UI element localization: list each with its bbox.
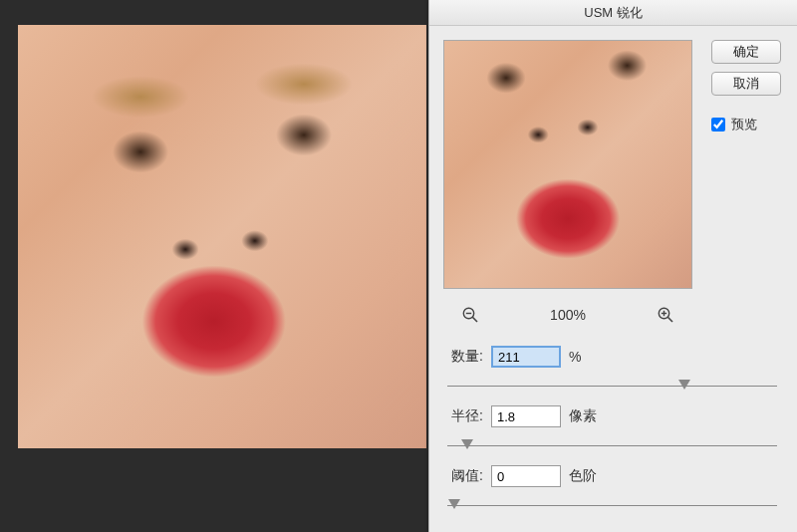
threshold-row: 阈值: 色阶 (443, 464, 781, 488)
preview-checkbox[interactable] (711, 118, 725, 132)
amount-label: 数量: (443, 348, 483, 366)
parameter-group: 数量: % 半径: 像素 阈值: 色阶 (443, 345, 781, 516)
radius-slider[interactable] (447, 436, 777, 456)
amount-row: 数量: % (443, 345, 781, 369)
svg-line-1 (472, 317, 477, 322)
usm-sharpen-dialog: USM 锐化 100% 确定 取消 预览 数量: % (428, 0, 797, 532)
amount-unit: % (569, 349, 581, 365)
preview-checkbox-label: 预览 (731, 116, 757, 133)
zoom-controls: 100% (443, 301, 692, 329)
svg-line-4 (667, 317, 672, 322)
zoom-in-icon[interactable] (657, 306, 674, 324)
radius-label: 半径: (443, 407, 483, 425)
slider-thumb[interactable] (461, 439, 473, 449)
slider-track (447, 386, 777, 387)
amount-input[interactable] (491, 346, 561, 368)
dialog-button-column: 确定 取消 预览 (711, 40, 781, 133)
slider-track (447, 445, 777, 446)
zoom-level: 100% (550, 307, 586, 323)
slider-thumb[interactable] (678, 380, 690, 390)
document-image[interactable] (18, 25, 426, 448)
threshold-unit: 色阶 (569, 467, 597, 485)
radius-unit: 像素 (569, 407, 597, 425)
radius-row: 半径: 像素 (443, 404, 781, 428)
ok-button[interactable]: 确定 (711, 40, 781, 64)
radius-input[interactable] (491, 405, 561, 427)
preview-checkbox-row[interactable]: 预览 (711, 116, 781, 133)
slider-thumb[interactable] (448, 499, 460, 509)
dialog-title: USM 锐化 (584, 4, 643, 22)
preview-thumbnail[interactable] (443, 40, 692, 289)
amount-slider[interactable] (447, 377, 777, 397)
threshold-label: 阈值: (443, 467, 483, 485)
cancel-button[interactable]: 取消 (711, 72, 781, 96)
dialog-titlebar[interactable]: USM 锐化 (429, 0, 797, 26)
dialog-body: 100% 确定 取消 预览 数量: % 半径: (429, 26, 797, 532)
slider-track (447, 505, 777, 506)
threshold-input[interactable] (491, 465, 561, 487)
threshold-slider[interactable] (447, 496, 777, 516)
zoom-out-icon[interactable] (461, 306, 479, 324)
